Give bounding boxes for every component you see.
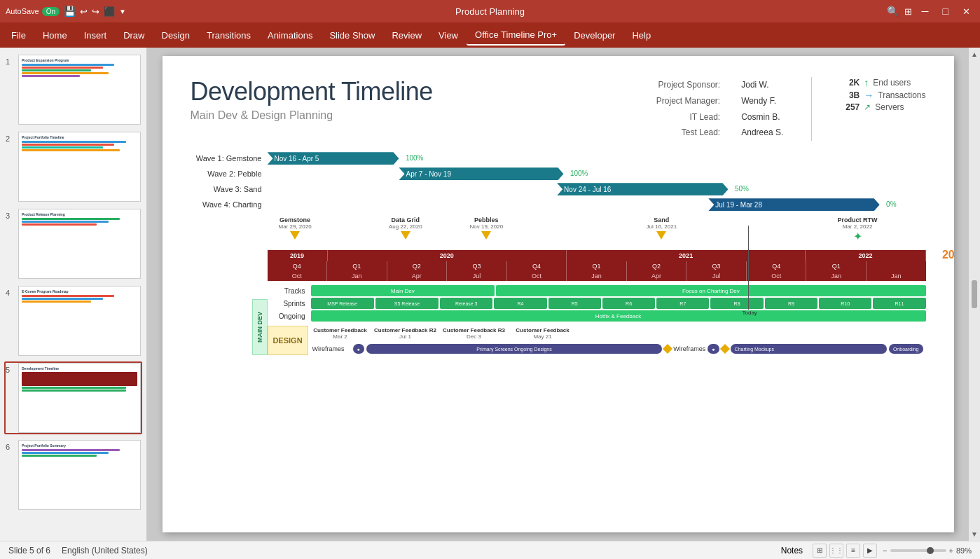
scroll-up-arrow[interactable]: ▲: [969, 49, 979, 60]
project-info: Project Sponsor: Project Manager: IT Lea…: [656, 77, 926, 141]
zoom-thumb: [927, 547, 934, 554]
milestone-gemstone: Gemstone Mar 29, 2020: [279, 216, 312, 240]
wf-charting: Charting Mockups: [731, 344, 887, 354]
milestone-sand: Sand Jul 16, 2021: [647, 216, 677, 240]
menu-bar: File Home Insert Draw Design Transitions…: [0, 22, 980, 48]
notes-button[interactable]: Notes: [777, 544, 807, 557]
close-button[interactable]: ✕: [958, 5, 974, 18]
wireframes-row: Wireframes ● Primary Screens Ongoing Des…: [310, 343, 926, 355]
wf-onboarding: Onboarding: [889, 344, 923, 354]
slide-thumb-6[interactable]: 6 Project Portfolio Summary: [4, 439, 142, 511]
wave-row-4: Wave 4: Charting Jul 19 - Mar 28 0%: [191, 198, 926, 211]
language-indicator: English (United States): [62, 546, 148, 555]
design-rows: Customer Feedback Mar 2 Customer Feedbac…: [310, 326, 926, 355]
status-right: Notes ⊞ ⋮⋮ ≡ ▶ − + 89%: [777, 544, 972, 558]
wave-row-3: Wave 3: Sand Nov 24 - Jul 16 50%: [191, 183, 926, 195]
normal-view-icon[interactable]: ⊞: [813, 544, 827, 558]
zoom-in-icon[interactable]: +: [949, 546, 953, 555]
months-row: Oct Jan Apr Jul Oct Jan Apr Jul Today: [268, 271, 926, 281]
autosave-label: AutoSave: [6, 7, 39, 15]
minimize-button[interactable]: ─: [918, 4, 933, 18]
arrow-diag-icon: ↗: [864, 102, 871, 112]
wf-primary: Primary Screens Ongoing Designs: [366, 344, 663, 354]
slide-count: Slide 5 of 6: [8, 546, 50, 555]
wave-bar-4: Jul 19 - Mar 28: [708, 198, 879, 211]
slide-header: Development Timeline Main Dev & Design P…: [191, 77, 926, 141]
menu-slideshow[interactable]: Slide Show: [321, 26, 383, 45]
slide-canvas: Development Timeline Main Dev & Design P…: [163, 56, 954, 532]
slide-thumb-4[interactable]: 4 E-Comm Program Roadmap: [4, 284, 142, 357]
menu-view[interactable]: View: [430, 26, 467, 45]
track-row-ongoing: Ongoing Hotfix & Feedback: [268, 310, 926, 322]
scroll-down-arrow[interactable]: ▼: [969, 529, 979, 539]
restore-button[interactable]: □: [939, 4, 953, 18]
milestones-row: Gemstone Mar 29, 2020 Data Grid Aug 22, …: [191, 216, 926, 250]
zoom-bar: − + 89%: [883, 546, 972, 555]
info-labels: Project Sponsor: Project Manager: IT Lea…: [656, 77, 720, 141]
present-icon[interactable]: ⬛: [104, 6, 115, 17]
status-bar: Slide 5 of 6 English (United States) Not…: [0, 541, 980, 559]
arrow-up-icon: ↑: [864, 77, 869, 88]
feedback-row: Customer Feedback Mar 2 Customer Feedbac…: [310, 326, 926, 341]
slide-title: Development Timeline: [191, 77, 433, 106]
status-left: Slide 5 of 6 English (United States): [8, 546, 148, 555]
main-dev-label: MAIN DEV: [252, 299, 268, 355]
menu-insert[interactable]: Insert: [76, 26, 116, 45]
main-content: 1 Product Expansion Program 2: [0, 48, 980, 541]
autosave-badge: AutoSave On: [6, 7, 60, 16]
zoom-out-icon[interactable]: −: [883, 546, 887, 555]
slide-thumb-5[interactable]: 5 Development Timeline: [4, 361, 142, 434]
wave-bar-2: Apr 7 - Nov 19: [399, 167, 564, 180]
title-bar-left: AutoSave On 💾 ↩ ↪ ⬛ ▼: [6, 6, 126, 17]
dropdown-icon[interactable]: ▼: [119, 8, 126, 15]
menu-draw[interactable]: Draw: [115, 26, 153, 45]
bottom-sections: MAIN DEV Tracks Main Dev Focus on Charti…: [191, 285, 926, 355]
ongoing-bars: Hotfix & Feedback: [311, 310, 926, 322]
autosave-toggle[interactable]: On: [42, 7, 60, 16]
undo-icon[interactable]: ↩: [80, 6, 88, 17]
right-scrollbar: ▲ ▼: [969, 48, 980, 541]
info-values: Jodi W. Wendy F. Cosmin B. Andreea S.: [741, 77, 783, 141]
menu-officetimeline[interactable]: Office Timeline Pro+: [467, 25, 565, 46]
title-bar: AutoSave On 💾 ↩ ↪ ⬛ ▼ Product Planning 🔍…: [0, 0, 980, 22]
menu-transitions[interactable]: Transitions: [198, 26, 259, 45]
menu-design[interactable]: Design: [153, 26, 198, 45]
menu-home[interactable]: Home: [34, 26, 76, 45]
wf-diamond-2: [720, 344, 730, 354]
save-icon[interactable]: 💾: [64, 6, 76, 17]
slide-panel: 1 Product Expansion Program 2: [0, 48, 147, 541]
layout-icon[interactable]: ⊞: [904, 6, 912, 17]
tracks-bars: Main Dev Focus on Charting Dev: [311, 285, 926, 296]
design-label: DESIGN: [268, 326, 308, 355]
milestone-datagrid: Data Grid Aug 22, 2020: [389, 216, 422, 240]
menu-help[interactable]: Help: [623, 26, 659, 45]
redo-icon[interactable]: ↪: [92, 6, 99, 17]
stat-endusers: 2K ↑ End users: [840, 77, 925, 88]
info-divider: [811, 77, 812, 141]
track-rows-container: Tracks Main Dev Focus on Charting Dev Sp…: [268, 285, 926, 355]
milestone-productrtw: Product RTW Mar 2, 2022 ✦: [838, 216, 878, 243]
menu-file[interactable]: File: [3, 26, 34, 45]
slide-thumb-2[interactable]: 2 Project Portfolio Timeline: [4, 130, 142, 203]
slide-thumb-1[interactable]: 1 Product Expansion Program: [4, 53, 142, 126]
wf-diamond-1: [663, 344, 672, 354]
slide-subtitle: Main Dev & Design Planning: [191, 109, 433, 122]
slideshow-view-icon[interactable]: ▶: [863, 544, 877, 558]
slide-thumb-3[interactable]: 3 Product Release Planning: [4, 207, 142, 280]
menu-review[interactable]: Review: [383, 26, 430, 45]
reading-view-icon[interactable]: ≡: [846, 544, 860, 558]
wave-bar-3: Nov 24 - Jul 16: [557, 183, 728, 195]
today-line: [748, 226, 749, 310]
search-icon[interactable]: 🔍: [887, 6, 899, 17]
sprints-bars: MSP Release S5 Release Release 3 R4 R5 R…: [311, 298, 926, 309]
milestone-pebbles: Pebbles Nov 19, 2020: [470, 216, 504, 240]
arrow-right-icon: →: [864, 90, 874, 101]
menu-developer[interactable]: Developer: [565, 26, 623, 45]
stat-transactions: 3B → Transactions: [840, 90, 925, 101]
wf-oval-2: ●: [708, 344, 719, 354]
wave-row-2: Wave 2: Pebble Apr 7 - Nov 19 100%: [191, 167, 926, 180]
outline-view-icon[interactable]: ⋮⋮: [829, 544, 843, 558]
menu-animations[interactable]: Animations: [259, 26, 321, 45]
zoom-slider[interactable]: [890, 549, 946, 552]
scroll-thumb[interactable]: [972, 280, 977, 308]
